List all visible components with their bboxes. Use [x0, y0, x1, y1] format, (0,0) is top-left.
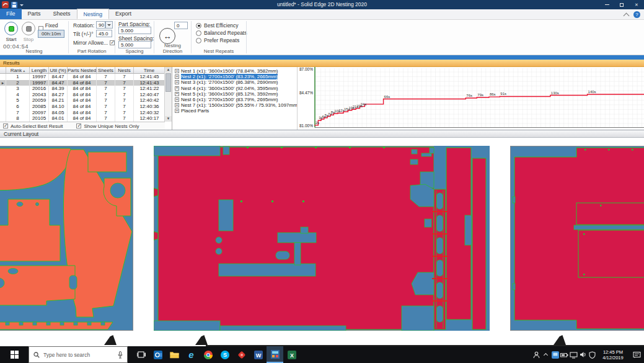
sheet-spacing-field[interactable]: 5.000 [118, 41, 151, 48]
direction-angle-field[interactable]: 0 [174, 22, 188, 29]
table-cell: 7 [97, 97, 115, 104]
red-app-icon [237, 351, 246, 359]
help-icon[interactable] [633, 11, 640, 18]
table-cell: 20059 [30, 97, 49, 104]
nesting-direction-icon[interactable] [159, 28, 175, 44]
table-row[interactable]: 72009784.0584 of 847712:40:32 [0, 110, 172, 116]
expand-icon[interactable] [175, 86, 179, 91]
expand-icon[interactable] [175, 69, 179, 73]
part-spacing-field[interactable]: 5.000 [118, 27, 151, 34]
table-row[interactable]: 62008584.1084 of 847712:40:36 [0, 104, 172, 110]
tab-nesting[interactable]: Nesting [77, 9, 110, 19]
column-header[interactable]: Parts Nested [68, 67, 97, 73]
column-header[interactable]: Rank [6, 67, 30, 73]
table-row[interactable]: 32001684.3984 of 847712:41:22 [0, 86, 172, 92]
balanced-repeats-radio[interactable] [196, 30, 201, 36]
people-icon[interactable] [532, 346, 541, 363]
clock-time: 12:45 PM [597, 349, 629, 355]
security-shield-icon[interactable] [588, 346, 597, 363]
taskbar-word-button[interactable]: W [250, 346, 267, 363]
rotation-dropdown-icon[interactable] [105, 21, 113, 29]
group-label: Nesting Direction [154, 43, 191, 54]
tilt-value[interactable]: 45.0 [96, 30, 112, 37]
minimize-button[interactable] [599, 0, 614, 9]
results-scrollbar[interactable] [164, 67, 172, 122]
nest-tree-item[interactable]: Placed Parts [173, 108, 297, 114]
column-header[interactable]: Util (%) [49, 67, 68, 73]
expand-icon[interactable] [175, 74, 179, 79]
start-button[interactable] [4, 22, 18, 35]
expand-icon[interactable] [175, 97, 179, 102]
tab-export[interactable]: Export [109, 9, 138, 19]
expand-icon[interactable] [175, 109, 179, 113]
efficiency-chart-svg: 87.00%84.47%81.00%2s3s4s5s7s8s10s12s15s1… [298, 67, 644, 130]
collapse-ribbon-icon[interactable] [624, 12, 630, 19]
table-row[interactable]: 52005984.2184 of 847712:40:42 [0, 97, 172, 104]
taskbar-outlook-button[interactable] [149, 346, 166, 363]
results-panel-header[interactable]: Results [0, 60, 644, 67]
nest-tree-item[interactable]: Nest 7 (x1): '1500x1500' (55.55% / 75.93… [173, 102, 297, 108]
taskbar-nesting-app-button-active[interactable] [267, 346, 283, 363]
table-cell: 12:40:32 [134, 110, 165, 116]
restore-button[interactable] [614, 0, 629, 9]
stop-button[interactable] [22, 22, 35, 35]
rotation-value[interactable]: 90 [96, 21, 105, 29]
action-center-button[interactable] [629, 346, 644, 363]
column-header[interactable]: Nests [115, 67, 134, 73]
prefer-repeats-radio[interactable] [196, 38, 201, 43]
task-view-button[interactable] [133, 346, 149, 363]
column-header[interactable]: Time [134, 67, 165, 73]
nest-tree-item[interactable]: Nest 1 (x1): '3600x1500' (78.84%, 3582mm… [173, 68, 297, 74]
best-efficiency-radio[interactable] [196, 23, 201, 29]
start-menu-button[interactable] [0, 346, 29, 363]
tab-file[interactable]: File [0, 9, 22, 19]
scroll-down-icon[interactable] [165, 116, 172, 122]
nest-sheet-preview-1[interactable] [0, 146, 133, 331]
column-header[interactable]: Length [30, 67, 49, 73]
table-row-selected[interactable]: 21999784.4784 of 847712:41:43 [0, 80, 172, 86]
tray-expand-chevron-icon[interactable] [541, 346, 550, 363]
scroll-up-icon[interactable] [165, 67, 172, 73]
table-row[interactable]: 82010584.0184 of 847712:40:17 [0, 115, 172, 122]
taskbar-chrome-button[interactable] [200, 346, 216, 363]
nest-tree-item[interactable]: Nest 6 (x1): '2700x1500' (83.79%, 2695mm… [173, 97, 297, 102]
expand-icon[interactable] [175, 92, 179, 96]
search-input[interactable]: Type here to search [29, 346, 128, 363]
taskbar-red-app-button[interactable] [233, 346, 250, 363]
scrollbar-thumb[interactable] [165, 73, 171, 92]
volume-icon[interactable] [578, 346, 588, 363]
taskbar-excel-button[interactable]: X [283, 346, 300, 363]
battery-icon[interactable] [560, 346, 569, 363]
network-icon[interactable] [569, 346, 578, 363]
tray-app-icon[interactable] [550, 346, 560, 363]
close-button[interactable] [629, 0, 644, 9]
stop-label: Stop [21, 37, 36, 42]
table-cell: 20097 [30, 110, 49, 116]
nest-tree-item[interactable]: Nest 4 (x1): '3600x1500' (92.04%, 3595mm… [173, 86, 297, 91]
nest-sheet-preview-2-selected[interactable] [154, 146, 490, 331]
file-explorer-icon [170, 351, 179, 359]
tab-sheets[interactable]: Sheets [47, 9, 77, 19]
taskbar-internet-explorer-button[interactable]: e [183, 346, 200, 363]
nested-parts[interactable] [514, 148, 644, 329]
column-header[interactable]: Sheets [97, 67, 115, 73]
microphone-icon[interactable] [118, 351, 123, 359]
taskbar-clock[interactable]: 12:45 PM 4/12/2019 [597, 349, 629, 361]
group-label: Nest Repeats [192, 48, 246, 54]
expand-icon[interactable] [175, 80, 179, 84]
table-row[interactable]: 42004384.2784 of 847712:40:47 [0, 92, 172, 98]
nest-tree-item[interactable]: Nest 5 (x1): '3600x1500' (85.12%, 3592mm… [173, 91, 297, 97]
nest-tree-item-selected[interactable]: Nest 2 (x1): '2700x1500' (83.23%, 2665mm… [173, 74, 297, 79]
show-unique-nests-checkbox[interactable] [76, 123, 81, 128]
nest-sheet-preview-3[interactable] [510, 146, 644, 331]
auto-select-best-result-checkbox[interactable] [3, 123, 8, 128]
run-duration-field[interactable]: 00h:10m [38, 30, 64, 38]
taskbar-skype-button[interactable]: S [216, 346, 233, 363]
nest-tree-item[interactable]: Nest 3 (x1): '2700x1500' (86.38%, 2690mm… [173, 79, 297, 85]
tab-parts[interactable]: Parts [22, 9, 47, 19]
y-axis-tick-label: 87.00% [299, 67, 313, 71]
current-layout-header[interactable]: Current Layout [0, 130, 644, 138]
taskbar-file-explorer-button[interactable] [166, 346, 183, 363]
table-row[interactable]: 11999784.4784 of 847712:41:45 [0, 74, 172, 80]
expand-icon[interactable] [175, 103, 179, 107]
